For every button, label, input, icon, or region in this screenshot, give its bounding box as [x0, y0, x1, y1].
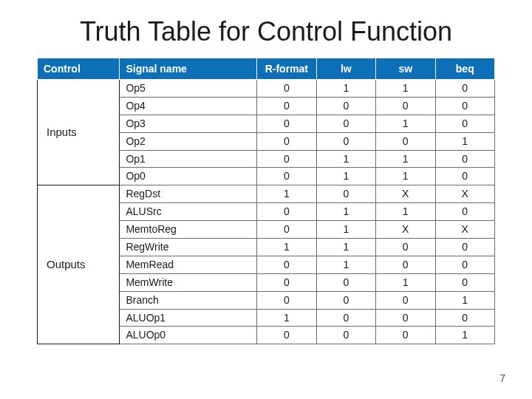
- cell: 1: [376, 203, 435, 221]
- cell: 1: [435, 291, 495, 309]
- cell: 0: [435, 168, 495, 185]
- cell: 0: [257, 115, 316, 132]
- table-row: Outputs RegDst 1 0 X X: [38, 185, 495, 203]
- cell: 0: [435, 150, 495, 168]
- signal-name: RegDst: [120, 185, 257, 203]
- cell: 0: [257, 273, 316, 291]
- group-label-inputs: Inputs: [38, 80, 120, 185]
- signal-name: Op4: [120, 97, 257, 115]
- col-header-sw: sw: [376, 58, 435, 80]
- cell: 0: [257, 132, 316, 150]
- cell: 0: [435, 115, 495, 132]
- slide: Truth Table for Control Function Control…: [0, 0, 532, 399]
- signal-name: ALUSrc: [120, 203, 257, 221]
- cell: 0: [257, 221, 316, 239]
- cell: 1: [316, 150, 375, 168]
- signal-name: Branch: [120, 291, 257, 309]
- signal-name: Op5: [120, 80, 257, 98]
- signal-name: Op1: [120, 150, 257, 168]
- cell: 0: [257, 256, 316, 273]
- cell: 1: [376, 80, 435, 98]
- cell: 0: [316, 327, 375, 344]
- cell: 0: [376, 132, 435, 150]
- cell: 1: [257, 239, 316, 256]
- truth-table-container: Control Signal name R-format lw sw beq I…: [37, 58, 495, 344]
- cell: 0: [316, 291, 375, 309]
- signal-name: ALUOp1: [120, 309, 257, 327]
- cell: X: [435, 221, 495, 239]
- cell: X: [376, 221, 435, 239]
- col-header-lw: lw: [316, 58, 375, 80]
- signal-name: Op2: [120, 132, 257, 150]
- cell: 0: [316, 115, 375, 132]
- signal-name: RegWrite: [120, 239, 257, 256]
- cell: 0: [435, 97, 495, 115]
- col-header-beq: beq: [435, 58, 495, 80]
- cell: 0: [257, 203, 316, 221]
- cell: 1: [316, 168, 375, 185]
- cell: 1: [376, 150, 435, 168]
- cell: 0: [376, 239, 435, 256]
- cell: 0: [316, 132, 375, 150]
- cell: 0: [435, 203, 495, 221]
- table-header: Control Signal name R-format lw sw beq: [38, 58, 495, 80]
- page-number: 7: [499, 372, 505, 384]
- page-title: Truth Table for Control Function: [0, 16, 532, 47]
- cell: 0: [257, 150, 316, 168]
- signal-name: MemRead: [120, 256, 257, 273]
- cell: 0: [376, 97, 435, 115]
- signal-name: MemtoReg: [120, 221, 257, 239]
- cell: 1: [257, 185, 316, 203]
- cell: 1: [316, 203, 375, 221]
- cell: 0: [257, 327, 316, 344]
- cell: 1: [316, 80, 375, 98]
- cell: X: [435, 185, 495, 203]
- cell: 0: [316, 309, 375, 327]
- col-header-rformat: R-format: [257, 58, 316, 80]
- cell: 0: [257, 291, 316, 309]
- cell: 0: [435, 239, 495, 256]
- cell: 0: [316, 97, 375, 115]
- cell: 1: [316, 221, 375, 239]
- cell: 0: [435, 309, 495, 327]
- cell: 0: [376, 256, 435, 273]
- cell: 0: [257, 168, 316, 185]
- cell: 0: [316, 185, 375, 203]
- cell: 0: [376, 309, 435, 327]
- table-body: Inputs Op5 0 1 1 0 Op4 0 0 0 0 Op3 0: [38, 80, 495, 344]
- cell: 1: [376, 115, 435, 132]
- cell: 1: [435, 327, 495, 344]
- cell: 0: [435, 256, 495, 273]
- cell: 0: [257, 80, 316, 98]
- cell: 1: [376, 168, 435, 185]
- cell: 0: [316, 273, 375, 291]
- signal-name: MemWrite: [120, 273, 257, 291]
- signal-name: ALUOp0: [120, 327, 257, 344]
- col-header-control: Control: [38, 58, 120, 80]
- cell: 1: [316, 256, 375, 273]
- truth-table: Control Signal name R-format lw sw beq I…: [37, 58, 495, 344]
- cell: 0: [376, 291, 435, 309]
- cell: 0: [376, 327, 435, 344]
- signal-name: Op0: [120, 168, 257, 185]
- cell: 1: [316, 239, 375, 256]
- cell: 1: [257, 309, 316, 327]
- table-row: Inputs Op5 0 1 1 0: [38, 80, 495, 98]
- cell: 1: [376, 273, 435, 291]
- col-header-signal: Signal name: [120, 58, 257, 80]
- cell: X: [376, 185, 435, 203]
- group-label-outputs: Outputs: [38, 185, 120, 344]
- cell: 0: [257, 97, 316, 115]
- signal-name: Op3: [120, 115, 257, 132]
- cell: 1: [435, 132, 495, 150]
- cell: 0: [435, 273, 495, 291]
- cell: 0: [435, 80, 495, 98]
